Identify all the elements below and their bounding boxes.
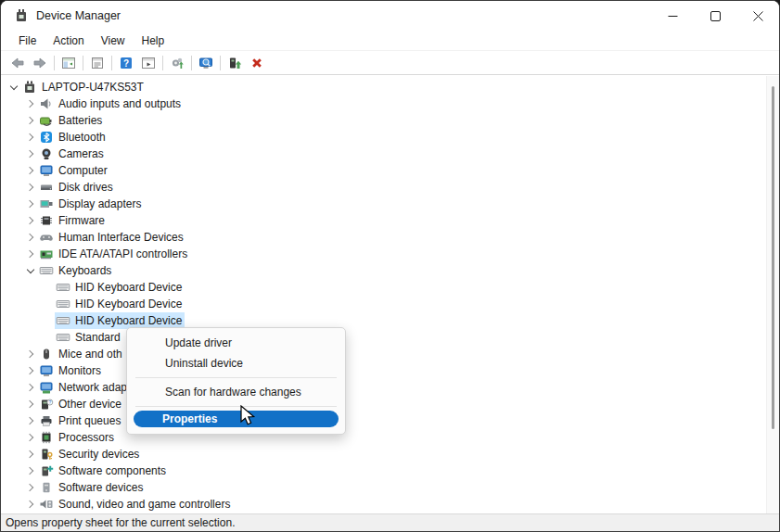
tree-item-ide-ata-atapi-controllers[interactable]: IDE ATA/ATAPI controllers: [1, 246, 766, 262]
menu-help[interactable]: Help: [134, 32, 173, 49]
tree-item-software-components[interactable]: Software components: [1, 462, 766, 479]
tree-item-content[interactable]: Mice and oth: [38, 346, 125, 362]
tree-item-computer[interactable]: Computer: [1, 162, 766, 179]
tree-item-firmware[interactable]: Firmware: [1, 212, 766, 229]
tree-item-content[interactable]: ?Other device: [38, 396, 124, 412]
chevron-right-icon[interactable]: [23, 163, 38, 178]
properties-button[interactable]: [86, 53, 109, 73]
tree-item-batteries[interactable]: Batteries: [1, 112, 766, 129]
chevron-right-icon[interactable]: [23, 347, 38, 361]
tree-item-network-adap[interactable]: Network adap: [1, 379, 766, 396]
maximize-button[interactable]: [694, 1, 736, 31]
remote-computer-button[interactable]: [195, 53, 217, 73]
tree-item-display-adapters[interactable]: Display adapters: [1, 196, 766, 212]
help-button[interactable]: ?: [115, 53, 137, 73]
chevron-right-icon[interactable]: [23, 463, 38, 478]
tree-item-hid-keyboard-device[interactable]: HID Keyboard Device: [1, 279, 766, 296]
tree-item-content[interactable]: Keyboards: [38, 262, 114, 279]
menu-view[interactable]: View: [93, 32, 134, 49]
tree-item-content[interactable]: Firmware: [38, 212, 108, 229]
tree-item-hid-keyboard-device[interactable]: HID Keyboard Device: [1, 312, 766, 329]
console-tree-button[interactable]: [58, 53, 80, 73]
close-button[interactable]: [736, 1, 779, 31]
tree-item-human-interface-devices[interactable]: Human Interface Devices: [1, 229, 766, 246]
tree-item-content[interactable]: Human Interface Devices: [38, 229, 186, 246]
chevron-right-icon[interactable]: [23, 196, 38, 211]
menu-file[interactable]: File: [10, 32, 45, 49]
tree-item-content[interactable]: Computer: [38, 162, 110, 179]
tree-item-cameras[interactable]: Cameras: [1, 146, 766, 162]
chevron-right-icon[interactable]: [23, 430, 38, 445]
chevron-right-icon[interactable]: [23, 247, 38, 261]
tree-item-bluetooth[interactable]: Bluetooth: [1, 129, 766, 146]
tree-item-content[interactable]: HID Keyboard Device: [55, 296, 185, 312]
maximize-icon: [710, 11, 721, 21]
tree-item-content[interactable]: Standard: [55, 329, 123, 346]
action-pane-button[interactable]: [137, 53, 160, 73]
tree-item-software-devices[interactable]: Software devices: [1, 479, 766, 496]
chevron-down-icon[interactable]: [6, 80, 21, 95]
tree-item-content[interactable]: LAPTOP-U47KS53T: [21, 79, 147, 95]
minimize-button[interactable]: [651, 1, 694, 31]
uninstall-device-button[interactable]: [246, 53, 268, 73]
tree-item-content[interactable]: Display adapters: [38, 196, 144, 212]
chevron-right-icon[interactable]: [23, 113, 38, 128]
tree-item-sound-video-and-game-controllers[interactable]: Sound, video and game controllers: [1, 496, 766, 513]
chevron-right-icon[interactable]: [23, 363, 38, 378]
chevron-right-icon[interactable]: [23, 130, 38, 145]
tree-item-content[interactable]: Print queues: [38, 412, 123, 429]
tree-item-content[interactable]: Bluetooth: [38, 129, 109, 146]
tree-item-content[interactable]: Software devices: [38, 479, 146, 496]
chevron-right-icon[interactable]: [23, 497, 38, 512]
chevron-right-icon[interactable]: [23, 180, 38, 195]
forward-button[interactable]: [29, 53, 51, 73]
tree-item-content[interactable]: Cameras: [38, 146, 107, 162]
tree-item-other-device[interactable]: ?Other device: [1, 396, 766, 412]
tree-item-content[interactable]: Software components: [38, 462, 169, 479]
tree-item-content[interactable]: HID Keyboard Device: [55, 279, 185, 296]
context-menu-item-scan-for-hardware-changes[interactable]: Scan for hardware changes: [130, 382, 342, 402]
chevron-down-icon[interactable]: [23, 263, 38, 278]
tree-item-content[interactable]: Monitors: [38, 362, 104, 379]
tree-item-disk-drives[interactable]: Disk drives: [1, 179, 766, 196]
vertical-scrollbar[interactable]: [766, 76, 779, 513]
tree-item-processors[interactable]: Processors: [1, 429, 766, 446]
tree-item-print-queues[interactable]: Print queues: [1, 412, 766, 429]
tree-item-content[interactable]: Security devices: [38, 446, 142, 462]
tree-item-keyboards[interactable]: Keyboards: [1, 262, 766, 279]
context-menu-item-update-driver[interactable]: Update driver: [130, 333, 342, 353]
chevron-right-icon[interactable]: [23, 230, 38, 245]
scan-hardware-icon: [170, 56, 185, 70]
scrollbar-thumb[interactable]: [772, 86, 774, 429]
tree-item-content[interactable]: Sound, video and game controllers: [38, 496, 233, 513]
chevron-right-icon[interactable]: [23, 380, 38, 395]
tree-item-standard[interactable]: Standard: [1, 329, 766, 346]
chevron-right-icon[interactable]: [23, 447, 38, 462]
tree-item-laptop-u47ks53t[interactable]: LAPTOP-U47KS53T: [1, 79, 766, 95]
tree-item-hid-keyboard-device[interactable]: HID Keyboard Device: [1, 296, 766, 312]
tree-item-security-devices[interactable]: Security devices: [1, 446, 766, 462]
tree-item-content[interactable]: Audio inputs and outputs: [38, 95, 184, 112]
tree-item-monitors[interactable]: Monitors: [1, 362, 766, 379]
tree-item-content[interactable]: IDE ATA/ATAPI controllers: [38, 246, 190, 262]
chevron-right-icon[interactable]: [23, 96, 38, 111]
scan-hardware-button[interactable]: [166, 53, 188, 73]
hid-icon: [39, 230, 54, 245]
update-driver-button[interactable]: [224, 53, 246, 73]
tree-item-content[interactable]: Processors: [38, 429, 117, 446]
chevron-right-icon[interactable]: [23, 480, 38, 495]
context-menu-item-properties[interactable]: Properties: [134, 411, 339, 427]
chevron-right-icon[interactable]: [23, 397, 38, 412]
context-menu-item-uninstall-device[interactable]: Uninstall device: [130, 353, 342, 374]
chevron-right-icon[interactable]: [23, 146, 38, 161]
tree-item-label: Computer: [58, 164, 108, 177]
tree-item-audio-inputs-and-outputs[interactable]: Audio inputs and outputs: [1, 95, 766, 112]
menu-action[interactable]: Action: [45, 32, 92, 49]
tree-item-content[interactable]: Network adap: [38, 379, 130, 396]
tree-item-mice-and-oth[interactable]: Mice and oth: [1, 346, 766, 362]
tree-item-content[interactable]: Disk drives: [38, 179, 116, 196]
tree-item-content[interactable]: Batteries: [38, 112, 105, 129]
back-button[interactable]: [6, 53, 29, 73]
chevron-right-icon[interactable]: [23, 213, 38, 228]
chevron-right-icon[interactable]: [23, 413, 38, 428]
